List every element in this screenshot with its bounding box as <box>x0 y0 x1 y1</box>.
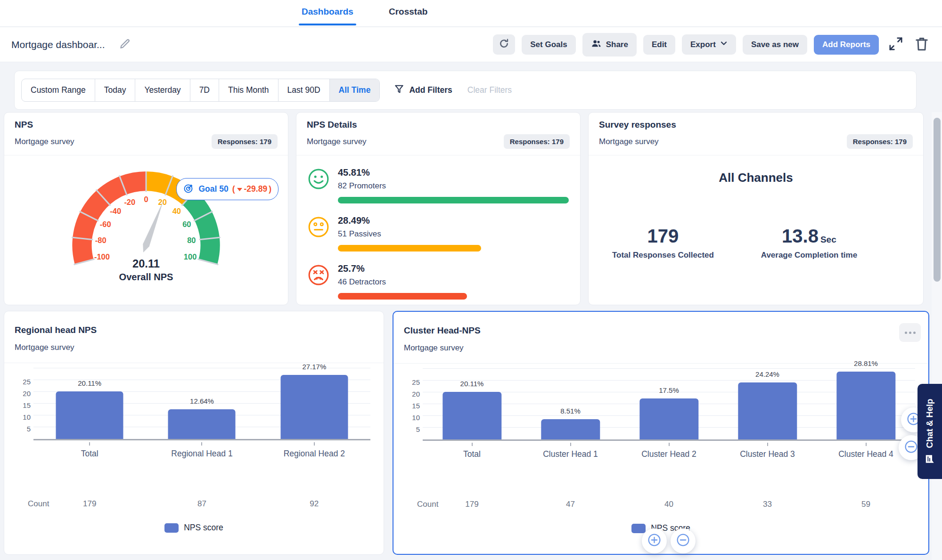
bar <box>738 382 797 439</box>
dashboard-title: Mortgage dashboar... <box>11 39 105 50</box>
edit-button[interactable]: Edit <box>643 35 675 55</box>
expand-icon <box>887 35 904 54</box>
angry-face-icon <box>308 263 329 300</box>
bar-value-label: 8.51% <box>560 407 581 415</box>
date-range-segmented-control: Custom Range Today Yesterday 7D This Mon… <box>21 79 380 102</box>
y-tick-label: 20 <box>23 390 31 398</box>
range-today[interactable]: Today <box>95 79 136 101</box>
bar <box>168 409 236 439</box>
plot-area: 20.11% 8.51% 17.5% 24.24% 28.81% <box>423 370 915 441</box>
plus-circle-icon <box>647 533 662 549</box>
tab-dashboards[interactable]: Dashboards <box>302 7 353 17</box>
card-title: NPS Details <box>307 120 570 130</box>
breakdown-label: 51 Passives <box>338 229 569 239</box>
range-this-month[interactable]: This Month <box>219 79 279 101</box>
range-last-90d[interactable]: Last 90D <box>279 79 330 101</box>
bar-column: 24.24% <box>718 370 817 439</box>
add-filters-button[interactable]: Add Filters <box>394 84 452 97</box>
page-scrollbar <box>932 112 942 560</box>
minus-circle-icon <box>904 439 918 456</box>
range-yesterday[interactable]: Yesterday <box>135 79 190 101</box>
svg-text:-60: -60 <box>100 220 111 228</box>
range-all-time[interactable]: All Time <box>330 79 380 101</box>
refresh-button[interactable] <box>493 34 515 55</box>
chat-help-tab[interactable]: Chat & Help <box>917 384 942 479</box>
regional-bar-chart: 510152025 20.11% 12.64% 27.17% <box>17 370 370 440</box>
category-label: Regional Head 1 <box>146 449 258 459</box>
category-label: Cluster Head 2 <box>620 449 718 459</box>
svg-text:-100: -100 <box>94 252 110 261</box>
breakdown-bar <box>338 197 569 203</box>
svg-text:-20: -20 <box>124 198 135 206</box>
regional-count-row: Count1798792 <box>17 499 370 509</box>
bar-value-label: 12.64% <box>190 397 214 405</box>
goal-label: Goal 50 <box>198 184 228 194</box>
trash-icon <box>915 36 929 54</box>
bar-value-label: 17.5% <box>659 386 679 394</box>
range-custom[interactable]: Custom Range <box>22 79 95 101</box>
y-axis: 510152025 <box>407 370 423 441</box>
avg-completion-label: Average Completion time <box>761 251 857 260</box>
count-value: 40 <box>620 500 718 509</box>
bar-column: 20.11% <box>33 370 146 439</box>
zoom-out-button[interactable] <box>671 528 696 553</box>
clear-filters-button[interactable]: Clear Filters <box>467 85 512 95</box>
card-menu-button[interactable] <box>899 323 921 342</box>
bar-value-label: 24.24% <box>755 370 779 378</box>
scrollbar-thumb[interactable] <box>934 118 941 282</box>
add-reports-button[interactable]: Add Reports <box>814 35 879 55</box>
survey-responses-card: Survey responses Mortgage survey Respons… <box>588 112 924 305</box>
filter-bar: Custom Range Today Yesterday 7D This Mon… <box>14 71 917 110</box>
tab-crosstab[interactable]: Crosstab <box>389 7 427 17</box>
share-button[interactable]: Share <box>582 33 637 57</box>
zoom-in-button[interactable] <box>642 528 667 553</box>
bar-column: 8.51% <box>521 370 620 439</box>
svg-text:-40: -40 <box>110 207 121 215</box>
set-goals-button[interactable]: Set Goals <box>522 35 575 55</box>
bar-column: 27.17% <box>258 370 370 439</box>
save-as-new-button[interactable]: Save as new <box>743 35 807 55</box>
pencil-icon <box>119 38 131 52</box>
regional-x-axis: TotalRegional Head 1Regional Head 2 <box>17 442 370 459</box>
neutral-face-icon <box>308 215 329 252</box>
cluster-x-axis: TotalCluster Head 1Cluster Head 2Cluster… <box>407 443 915 459</box>
bar-value-label: 27.17% <box>302 363 326 371</box>
card-title: Survey responses <box>599 120 913 130</box>
nps-details-card: NPS Details Mortgage survey Responses: 1… <box>296 112 581 305</box>
minus-circle-icon <box>676 533 690 549</box>
bar-column: 17.5% <box>620 370 718 439</box>
svg-text:40: 40 <box>172 207 181 215</box>
bar-column: 28.81% <box>817 370 915 439</box>
category-label: Total <box>33 449 146 459</box>
goal-delta: ( -29.89) <box>232 184 271 194</box>
active-tab-underline <box>299 24 356 25</box>
fullscreen-button[interactable] <box>885 33 906 56</box>
breakdown-percent: 25.7% <box>338 263 569 274</box>
gauge-label: Overall NPS <box>119 272 173 282</box>
legend-label: NPS score <box>184 523 223 533</box>
y-tick-label: 15 <box>412 402 420 410</box>
category-label: Cluster Head 3 <box>718 449 817 459</box>
legend-swatch <box>631 524 646 533</box>
rename-dashboard-button[interactable] <box>119 38 131 52</box>
export-button[interactable]: Export <box>682 34 736 55</box>
refresh-icon <box>499 38 509 51</box>
avg-completion-stat: 13.8Sec Average Completion time <box>761 226 857 260</box>
top-tab-bar: Dashboards Crosstab <box>0 0 942 27</box>
total-responses-label: Total Responses Collected <box>612 251 714 260</box>
legend-swatch <box>164 523 179 533</box>
avg-completion-unit: Sec <box>820 235 836 244</box>
breakdown-label: 46 Detractors <box>338 277 569 287</box>
svg-text:80: 80 <box>187 236 196 244</box>
category-column: Total <box>33 442 146 459</box>
goal-pill[interactable]: Goal 50 ( -29.89) <box>176 178 279 200</box>
category-label: Cluster Head 1 <box>521 449 620 459</box>
svg-text:60: 60 <box>182 220 191 228</box>
range-7d[interactable]: 7D <box>190 79 219 101</box>
breakdown-bar <box>338 293 467 300</box>
avg-completion-value: 13.8 <box>782 226 819 246</box>
bar <box>442 392 501 439</box>
delete-dashboard-button[interactable] <box>913 34 931 56</box>
bar <box>541 419 600 439</box>
count-value: 92 <box>258 499 370 509</box>
